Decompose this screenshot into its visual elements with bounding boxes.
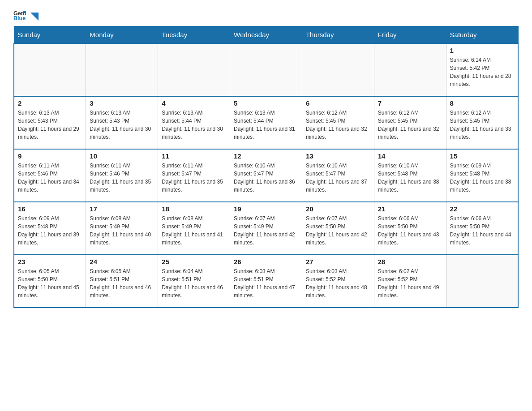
day-number: 14: [378, 152, 442, 160]
calendar-cell: 26Sunrise: 6:03 AMSunset: 5:51 PMDayligh…: [230, 255, 302, 308]
calendar-cell: 27Sunrise: 6:03 AMSunset: 5:52 PMDayligh…: [302, 255, 374, 308]
day-info: Sunrise: 6:05 AMSunset: 5:51 PMDaylight:…: [90, 267, 154, 300]
day-info: Sunrise: 6:09 AMSunset: 5:48 PMDaylight:…: [18, 214, 82, 247]
calendar-row-1: 1Sunrise: 6:14 AMSunset: 5:42 PMDaylight…: [14, 43, 518, 96]
day-info: Sunrise: 6:10 AMSunset: 5:48 PMDaylight:…: [378, 162, 442, 194]
calendar-cell: [302, 43, 374, 96]
calendar-table: SundayMondayTuesdayWednesdayThursdayFrid…: [13, 26, 519, 308]
day-info: Sunrise: 6:06 AMSunset: 5:50 PMDaylight:…: [378, 214, 442, 247]
calendar-cell: [158, 43, 230, 96]
day-number: 7: [378, 99, 442, 107]
calendar-cell: 3Sunrise: 6:13 AMSunset: 5:43 PMDaylight…: [86, 96, 158, 149]
calendar-cell: 25Sunrise: 6:04 AMSunset: 5:51 PMDayligh…: [158, 255, 230, 308]
day-info: Sunrise: 6:08 AMSunset: 5:49 PMDaylight:…: [162, 214, 226, 247]
day-info: Sunrise: 6:07 AMSunset: 5:50 PMDaylight:…: [306, 214, 370, 247]
day-number: 9: [18, 152, 82, 160]
day-info: Sunrise: 6:12 AMSunset: 5:45 PMDaylight:…: [450, 109, 514, 141]
logo: General Blue: [13, 9, 39, 21]
day-number: 25: [162, 258, 226, 265]
calendar-cell: 2Sunrise: 6:13 AMSunset: 5:43 PMDaylight…: [14, 96, 86, 149]
calendar-cell: 4Sunrise: 6:13 AMSunset: 5:44 PMDaylight…: [158, 96, 230, 149]
weekday-header-saturday: Saturday: [446, 26, 518, 44]
day-number: 23: [18, 258, 82, 265]
weekday-header-wednesday: Wednesday: [230, 26, 302, 44]
svg-marker-3: [30, 13, 39, 21]
calendar-row-5: 23Sunrise: 6:05 AMSunset: 5:50 PMDayligh…: [14, 255, 518, 308]
day-number: 3: [90, 99, 154, 107]
calendar-cell: 12Sunrise: 6:10 AMSunset: 5:47 PMDayligh…: [230, 149, 302, 202]
logo-icon: General Blue: [13, 9, 26, 21]
day-info: Sunrise: 6:07 AMSunset: 5:49 PMDaylight:…: [234, 214, 298, 247]
day-number: 20: [306, 205, 370, 213]
day-info: Sunrise: 6:10 AMSunset: 5:47 PMDaylight:…: [234, 162, 298, 194]
day-info: Sunrise: 6:11 AMSunset: 5:47 PMDaylight:…: [162, 162, 226, 194]
day-number: 26: [234, 258, 298, 265]
calendar-cell: 17Sunrise: 6:08 AMSunset: 5:49 PMDayligh…: [86, 202, 158, 255]
calendar-cell: [446, 255, 518, 308]
weekday-header-sunday: Sunday: [14, 26, 86, 44]
page-header: General Blue: [13, 9, 519, 21]
calendar-cell: 7Sunrise: 6:12 AMSunset: 5:45 PMDaylight…: [374, 96, 446, 149]
day-number: 15: [450, 152, 514, 160]
calendar-header-row: SundayMondayTuesdayWednesdayThursdayFrid…: [14, 26, 518, 44]
calendar-cell: 5Sunrise: 6:13 AMSunset: 5:44 PMDaylight…: [230, 96, 302, 149]
calendar-cell: 18Sunrise: 6:08 AMSunset: 5:49 PMDayligh…: [158, 202, 230, 255]
weekday-header-friday: Friday: [374, 26, 446, 44]
calendar-cell: 24Sunrise: 6:05 AMSunset: 5:51 PMDayligh…: [86, 255, 158, 308]
day-info: Sunrise: 6:14 AMSunset: 5:42 PMDaylight:…: [450, 56, 514, 88]
calendar-cell: 15Sunrise: 6:09 AMSunset: 5:48 PMDayligh…: [446, 149, 518, 202]
calendar-cell: 1Sunrise: 6:14 AMSunset: 5:42 PMDaylight…: [446, 43, 518, 96]
logo-triangle-icon: [29, 12, 39, 21]
weekday-header-monday: Monday: [86, 26, 158, 44]
calendar-cell: 22Sunrise: 6:06 AMSunset: 5:50 PMDayligh…: [446, 202, 518, 255]
day-info: Sunrise: 6:13 AMSunset: 5:43 PMDaylight:…: [90, 109, 154, 141]
day-number: 13: [306, 152, 370, 160]
calendar-cell: 16Sunrise: 6:09 AMSunset: 5:48 PMDayligh…: [14, 202, 86, 255]
day-info: Sunrise: 6:02 AMSunset: 5:52 PMDaylight:…: [378, 267, 442, 300]
calendar-cell: 8Sunrise: 6:12 AMSunset: 5:45 PMDaylight…: [446, 96, 518, 149]
calendar-cell: 23Sunrise: 6:05 AMSunset: 5:50 PMDayligh…: [14, 255, 86, 308]
day-number: 19: [234, 205, 298, 213]
svg-text:Blue: Blue: [13, 15, 26, 21]
day-number: 17: [90, 205, 154, 213]
calendar-cell: [86, 43, 158, 96]
calendar-cell: [14, 43, 86, 96]
day-info: Sunrise: 6:03 AMSunset: 5:51 PMDaylight:…: [234, 267, 298, 300]
calendar-cell: 21Sunrise: 6:06 AMSunset: 5:50 PMDayligh…: [374, 202, 446, 255]
day-info: Sunrise: 6:13 AMSunset: 5:44 PMDaylight:…: [234, 109, 298, 141]
day-number: 21: [378, 205, 442, 213]
day-number: 18: [162, 205, 226, 213]
day-number: 10: [90, 152, 154, 160]
day-info: Sunrise: 6:04 AMSunset: 5:51 PMDaylight:…: [162, 267, 226, 300]
day-number: 5: [234, 99, 298, 107]
day-info: Sunrise: 6:03 AMSunset: 5:52 PMDaylight:…: [306, 267, 370, 300]
calendar-cell: 11Sunrise: 6:11 AMSunset: 5:47 PMDayligh…: [158, 149, 230, 202]
day-number: 2: [18, 99, 82, 107]
day-number: 12: [234, 152, 298, 160]
day-info: Sunrise: 6:10 AMSunset: 5:47 PMDaylight:…: [306, 162, 370, 194]
calendar-cell: [230, 43, 302, 96]
calendar-cell: 6Sunrise: 6:12 AMSunset: 5:45 PMDaylight…: [302, 96, 374, 149]
calendar-cell: 20Sunrise: 6:07 AMSunset: 5:50 PMDayligh…: [302, 202, 374, 255]
day-number: 8: [450, 99, 514, 107]
calendar-cell: 14Sunrise: 6:10 AMSunset: 5:48 PMDayligh…: [374, 149, 446, 202]
calendar-cell: 9Sunrise: 6:11 AMSunset: 5:46 PMDaylight…: [14, 149, 86, 202]
day-info: Sunrise: 6:12 AMSunset: 5:45 PMDaylight:…: [378, 109, 442, 141]
calendar-row-3: 9Sunrise: 6:11 AMSunset: 5:46 PMDaylight…: [14, 149, 518, 202]
calendar-row-4: 16Sunrise: 6:09 AMSunset: 5:48 PMDayligh…: [14, 202, 518, 255]
calendar-cell: 10Sunrise: 6:11 AMSunset: 5:46 PMDayligh…: [86, 149, 158, 202]
calendar-row-2: 2Sunrise: 6:13 AMSunset: 5:43 PMDaylight…: [14, 96, 518, 149]
day-info: Sunrise: 6:09 AMSunset: 5:48 PMDaylight:…: [450, 162, 514, 194]
day-info: Sunrise: 6:11 AMSunset: 5:46 PMDaylight:…: [90, 162, 154, 194]
day-info: Sunrise: 6:13 AMSunset: 5:44 PMDaylight:…: [162, 109, 226, 141]
calendar-cell: 28Sunrise: 6:02 AMSunset: 5:52 PMDayligh…: [374, 255, 446, 308]
day-info: Sunrise: 6:05 AMSunset: 5:50 PMDaylight:…: [18, 267, 82, 300]
calendar-cell: [374, 43, 446, 96]
weekday-header-tuesday: Tuesday: [158, 26, 230, 44]
day-info: Sunrise: 6:13 AMSunset: 5:43 PMDaylight:…: [18, 109, 82, 141]
day-info: Sunrise: 6:11 AMSunset: 5:46 PMDaylight:…: [18, 162, 82, 194]
calendar-cell: 19Sunrise: 6:07 AMSunset: 5:49 PMDayligh…: [230, 202, 302, 255]
day-info: Sunrise: 6:08 AMSunset: 5:49 PMDaylight:…: [90, 214, 154, 247]
day-number: 24: [90, 258, 154, 265]
weekday-header-thursday: Thursday: [302, 26, 374, 44]
